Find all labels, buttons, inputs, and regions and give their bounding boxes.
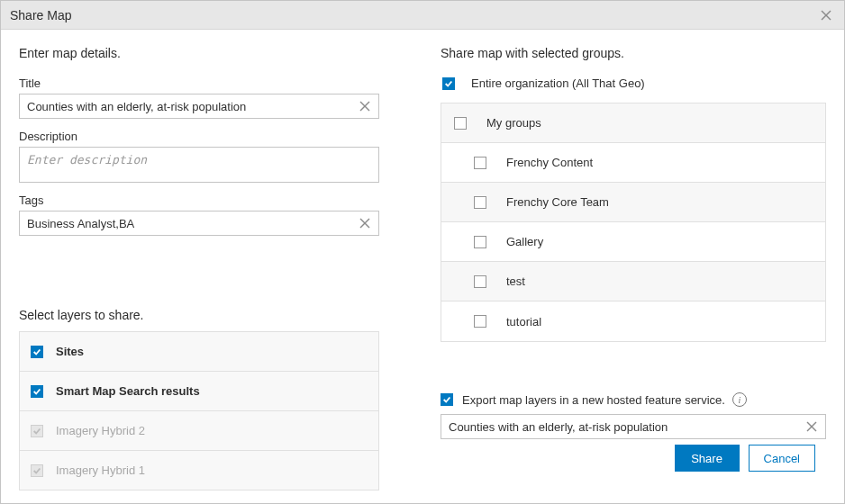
clear-title-icon[interactable] bbox=[354, 94, 376, 119]
group-row[interactable]: test bbox=[441, 262, 825, 302]
layer-label: Imagery Hybrid 2 bbox=[56, 424, 145, 437]
dialog-body: Enter map details. Title Description Tag… bbox=[1, 30, 844, 503]
layer-label: Smart Map Search results bbox=[56, 384, 200, 398]
export-name-input-wrap bbox=[441, 414, 826, 439]
layer-row: Imagery Hybrid 2 bbox=[20, 411, 378, 451]
layer-label: Imagery Hybrid 1 bbox=[56, 464, 145, 477]
group-label: tutorial bbox=[506, 315, 541, 328]
layer-checkbox bbox=[31, 425, 43, 437]
export-layers-label: Export map layers in a new hosted featur… bbox=[462, 393, 725, 407]
left-intro: Enter map details. bbox=[19, 46, 404, 60]
clear-export-name-icon[interactable] bbox=[801, 414, 822, 439]
group-row[interactable]: Gallery bbox=[441, 222, 825, 262]
clear-tags-icon[interactable] bbox=[354, 211, 376, 236]
close-icon[interactable] bbox=[817, 6, 835, 24]
layers-section-label: Select layers to share. bbox=[19, 308, 404, 322]
group-label: Frenchy Content bbox=[506, 156, 593, 169]
export-layers-row[interactable]: Export map layers in a new hosted featur… bbox=[441, 392, 826, 407]
left-column: Enter map details. Title Description Tag… bbox=[19, 46, 404, 490]
layer-label: Sites bbox=[56, 345, 84, 358]
title-input-wrap bbox=[19, 94, 379, 119]
my-groups-header-row[interactable]: My groups bbox=[441, 104, 825, 143]
description-label: Description bbox=[19, 130, 404, 143]
entire-organization-label: Entire organization (All That Geo) bbox=[471, 76, 645, 90]
info-icon[interactable]: i bbox=[732, 392, 747, 407]
tags-input-wrap bbox=[19, 211, 379, 236]
my-groups-checkbox[interactable] bbox=[454, 117, 467, 130]
export-name-input[interactable] bbox=[441, 414, 826, 439]
title-label: Title bbox=[19, 76, 404, 90]
group-checkbox[interactable] bbox=[474, 157, 486, 169]
group-label: Frenchy Core Team bbox=[506, 195, 609, 209]
layer-row[interactable]: Smart Map Search results bbox=[20, 372, 378, 411]
layer-checkbox[interactable] bbox=[31, 385, 43, 398]
right-intro: Share map with selected groups. bbox=[441, 46, 826, 60]
tags-label: Tags bbox=[19, 194, 404, 207]
group-label: test bbox=[506, 274, 525, 288]
groups-list: My groups Frenchy ContentFrenchy Core Te… bbox=[441, 103, 826, 342]
entire-organization-row[interactable]: Entire organization (All That Geo) bbox=[441, 76, 826, 90]
export-layers-checkbox[interactable] bbox=[441, 393, 453, 406]
share-map-dialog: Share Map Enter map details. Title Descr… bbox=[0, 0, 845, 504]
tags-input[interactable] bbox=[19, 211, 379, 236]
right-column: Share map with selected groups. Entire o… bbox=[441, 46, 826, 490]
group-row[interactable]: Frenchy Content bbox=[441, 143, 825, 183]
layers-list: SitesSmart Map Search resultsImagery Hyb… bbox=[19, 331, 379, 490]
cancel-button[interactable]: Cancel bbox=[749, 445, 815, 472]
entire-organization-checkbox[interactable] bbox=[442, 77, 455, 90]
my-groups-label: My groups bbox=[486, 116, 541, 130]
group-checkbox[interactable] bbox=[474, 236, 486, 248]
group-checkbox[interactable] bbox=[474, 315, 486, 328]
dialog-footer: Share Cancel bbox=[441, 439, 826, 482]
share-button[interactable]: Share bbox=[675, 445, 740, 472]
group-row[interactable]: Frenchy Core Team bbox=[441, 183, 825, 222]
group-checkbox[interactable] bbox=[474, 196, 486, 209]
layer-checkbox bbox=[31, 464, 43, 477]
dialog-titlebar: Share Map bbox=[1, 1, 844, 30]
title-input[interactable] bbox=[19, 94, 379, 119]
layer-checkbox[interactable] bbox=[31, 346, 43, 358]
group-checkbox[interactable] bbox=[474, 275, 486, 288]
layer-row: Imagery Hybrid 1 bbox=[20, 451, 378, 490]
dialog-title: Share Map bbox=[10, 8, 71, 22]
description-input[interactable] bbox=[19, 147, 379, 183]
group-label: Gallery bbox=[506, 235, 543, 248]
group-row[interactable]: tutorial bbox=[441, 302, 825, 341]
layer-row[interactable]: Sites bbox=[20, 332, 378, 372]
